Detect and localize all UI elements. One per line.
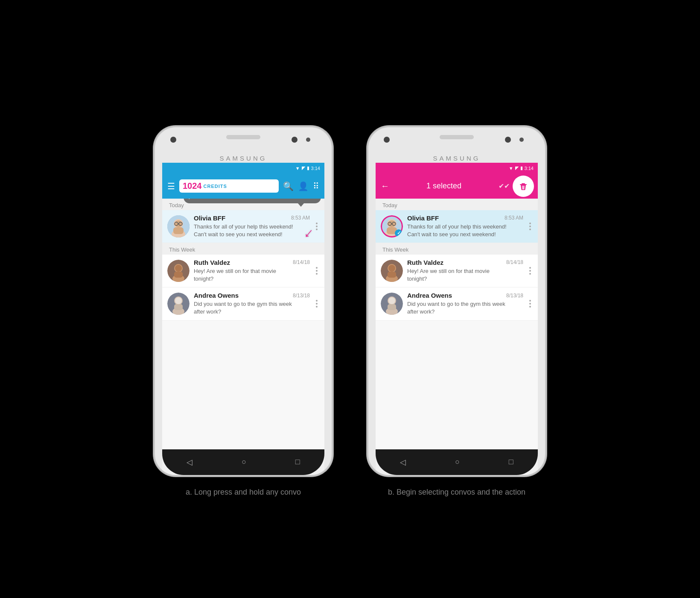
recent-btn-b[interactable]: □ — [509, 457, 513, 466]
more-dots-ruth-b[interactable] — [528, 267, 533, 275]
more-dots-olivia-b[interactable] — [528, 223, 533, 230]
phone-a-status-bar: ▼ ◤ ▮ 3:14 — [162, 163, 324, 174]
more-dots-ruth-a[interactable] — [314, 267, 319, 275]
svg-rect-19 — [520, 184, 527, 185]
convo-content-andrea-b: Andrea Owens 8/13/18 Did you want to go … — [407, 292, 523, 316]
svg-point-39 — [388, 297, 395, 304]
phone-a-camera — [170, 137, 176, 143]
convo-content-ruth-a: Ruth Valdez 8/14/18 Hey! Are we still on… — [194, 259, 310, 283]
phone-b-brand: SAMSUNG — [433, 155, 481, 162]
svg-rect-40 — [388, 304, 396, 310]
credits-box: 1024 CREDITS — [179, 179, 279, 193]
svg-point-16 — [175, 297, 182, 304]
status-icons-a: ▼ ◤ ▮ 3:14 — [295, 165, 320, 171]
conversation-list-b: Today — [376, 199, 538, 449]
phone-b-screen: ▼ ◤ ▮ 3:14 ← 1 selected ✔✔ — [376, 163, 538, 475]
convo-time-olivia-b: 8:53 AM — [505, 215, 523, 221]
back-btn-a[interactable]: ◁ — [187, 457, 192, 467]
phone-b-bottom-nav: ◁ ○ □ — [376, 449, 538, 475]
convo-preview-andrea-a: Did you want to go to the gym this weeka… — [194, 300, 310, 316]
selected-title-b: 1 selected — [394, 182, 494, 191]
contact-icon-a[interactable]: 👤 — [298, 181, 309, 191]
avatar-olivia-a — [167, 215, 190, 237]
grid-icon-a[interactable]: ⠿ — [313, 181, 319, 191]
convo-time-ruth-a: 8/14/18 — [293, 259, 310, 265]
tooltip-arrow — [298, 203, 304, 207]
convo-item-olivia-b[interactable]: ✓ Olivia BFF 8:53 AM Thanks for all of y… — [376, 210, 538, 243]
delete-btn-b[interactable] — [514, 177, 533, 196]
convo-time-olivia-a: 8:53 AM — [291, 215, 310, 221]
caption-a: a. Long press and hold any convo — [186, 487, 301, 498]
convo-content-andrea-a: Andrea Owens 8/13/18 Did you want to go … — [194, 292, 310, 316]
home-btn-a[interactable]: ○ — [242, 457, 246, 466]
tooltip-bubble-a: Thanks for all of your help this weekend… — [184, 199, 321, 204]
svg-rect-18 — [522, 183, 525, 184]
more-dots-andrea-a[interactable] — [314, 300, 319, 308]
recent-btn-a[interactable]: □ — [295, 457, 300, 466]
phone-b-frame: SAMSUNG ▼ ◤ ▮ 3:14 ← 1 selected ✔✔ — [367, 126, 546, 476]
signal-icon-b: ▼ — [509, 166, 513, 171]
convo-name-andrea-a: Andrea Owens — [194, 292, 239, 299]
phone-a-brand: SAMSUNG — [220, 155, 267, 162]
avatar-ruth-a — [167, 260, 190, 282]
svg-rect-4 — [173, 227, 184, 234]
convo-header-andrea-b: Andrea Owens 8/13/18 — [407, 292, 523, 299]
convo-name-olivia-b: Olivia BFF — [407, 214, 439, 222]
convo-header-ruth-a: Ruth Valdez 8/14/18 — [194, 259, 310, 266]
phone-a-frame: SAMSUNG ▼ ◤ ▮ 3:14 ☰ 1024 CREDITS — [154, 126, 333, 476]
convo-preview-olivia-b: Thanks for all of your help this weekend… — [407, 223, 523, 238]
phone-a-screen: ▼ ◤ ▮ 3:14 ☰ 1024 CREDITS 🔍 👤 ⠿ — [162, 163, 324, 475]
network-icon-a: ◤ — [302, 165, 305, 171]
phone-b-app-header: ← 1 selected ✔✔ — [376, 174, 538, 199]
svg-point-11 — [175, 265, 182, 272]
phone-b-camera — [384, 137, 390, 143]
battery-icon-a: ▮ — [307, 165, 309, 171]
avatar-andrea-a — [167, 293, 190, 315]
convo-item-andrea-b[interactable]: Andrea Owens 8/13/18 Did you want to go … — [376, 287, 538, 320]
credits-number: 1024 — [183, 181, 202, 191]
convo-preview-ruth-a: Hey! Are we still on for that movietonig… — [194, 267, 310, 283]
svg-line-20 — [522, 186, 523, 189]
credits-label: CREDITS — [204, 184, 227, 189]
avatar-andrea-b — [381, 293, 403, 315]
phone-a-camera-right — [292, 137, 298, 143]
convo-name-ruth-b: Ruth Valdez — [407, 259, 443, 266]
convo-preview-andrea-b: Did you want to go to the gym this weeka… — [407, 300, 523, 316]
home-btn-b[interactable]: ○ — [455, 457, 460, 466]
avatar-ruth-b — [381, 260, 403, 282]
back-arrow-icon-b[interactable]: ← — [381, 181, 389, 191]
phone-b-section: SAMSUNG ▼ ◤ ▮ 3:14 ← 1 selected ✔✔ — [367, 126, 546, 498]
phone-a-section: SAMSUNG ▼ ◤ ▮ 3:14 ☰ 1024 CREDITS — [154, 126, 333, 498]
network-icon-b: ◤ — [515, 165, 519, 171]
convo-content-olivia-a: Olivia BFF 8:53 AM Thanks for all of you… — [194, 214, 310, 238]
phone-a-camera-right2 — [306, 138, 310, 142]
convo-header-olivia-b: Olivia BFF 8:53 AM — [407, 214, 523, 222]
search-icon-a[interactable]: 🔍 — [283, 181, 294, 191]
convo-header-ruth-b: Ruth Valdez 8/14/18 — [407, 259, 523, 266]
convo-item-andrea-a[interactable]: Andrea Owens 8/13/18 Did you want to go … — [162, 287, 324, 320]
phone-a-speaker — [226, 135, 260, 139]
more-dots-andrea-b[interactable] — [528, 300, 533, 308]
svg-point-34 — [388, 265, 395, 272]
phone-a-bottom-nav: ◁ ○ □ — [162, 449, 324, 475]
avatar-olivia-img-a — [167, 215, 190, 237]
section-week-b: This Week — [376, 243, 538, 255]
time-a: 3:14 — [311, 166, 320, 171]
phone-b-status-bar: ▼ ◤ ▮ 3:14 — [376, 163, 538, 174]
back-btn-b[interactable]: ◁ — [400, 457, 406, 467]
convo-preview-ruth-b: Hey! Are we still on for that movietonig… — [407, 267, 523, 283]
convo-header-andrea-a: Andrea Owens 8/13/18 — [194, 292, 310, 299]
time-b: 3:14 — [525, 166, 534, 171]
convo-item-ruth-b[interactable]: Ruth Valdez 8/14/18 Hey! Are we still on… — [376, 255, 538, 287]
convo-content-olivia-b: Olivia BFF 8:53 AM Thanks for all of you… — [407, 214, 523, 238]
phone-b-camera-right2 — [519, 138, 524, 142]
svg-rect-12 — [174, 272, 183, 278]
conversation-list-a: Today — [162, 199, 324, 449]
avatar-olivia-b: ✓ — [381, 215, 403, 237]
menu-icon-a[interactable]: ☰ — [167, 181, 175, 191]
convo-name-andrea-b: Andrea Owens — [407, 292, 452, 299]
convo-item-ruth-a[interactable]: Ruth Valdez 8/14/18 Hey! Are we still on… — [162, 255, 324, 287]
section-today-b: Today — [376, 199, 538, 210]
phone-a-top-bar — [155, 127, 332, 153]
convo-header-olivia-a: Olivia BFF 8:53 AM — [194, 214, 310, 222]
